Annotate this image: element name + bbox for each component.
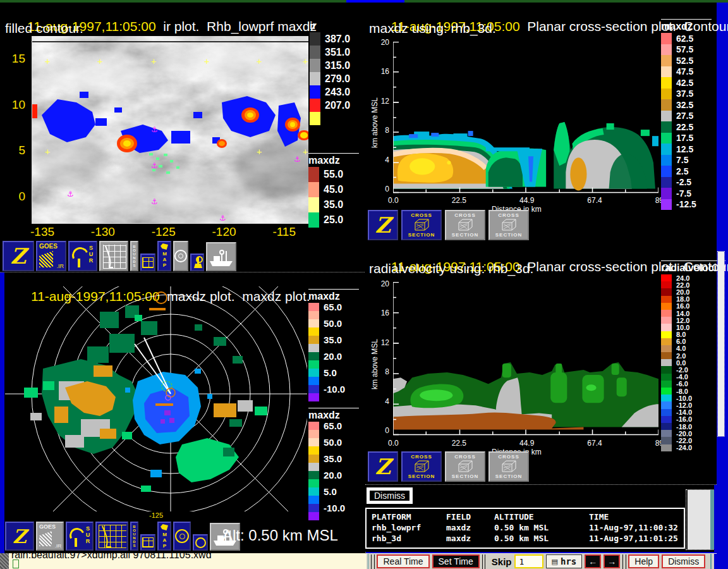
cross-section-button-3[interactable]: CROSS SECTION: [488, 210, 529, 240]
cross-section-button-1[interactable]: CROSS SECTION: [401, 451, 442, 482]
colorbar-value: -2.0: [672, 366, 688, 374]
colorbar-swatch: [310, 72, 320, 85]
zebra-logo-icon[interactable]: Z: [368, 451, 398, 482]
section-label: SECTION: [408, 474, 435, 479]
panel-ir-title-line2: filled contour.: [5, 21, 83, 36]
goes-ir-icon[interactable]: GOES .IR: [36, 241, 66, 271]
panel-ir-plot: 11-aug-1997,11:05:00 ir plot. Rhb_lowprf…: [0, 3, 366, 272]
colorbar-swatch: [661, 288, 672, 295]
azimuth-icon[interactable]: [173, 241, 188, 271]
colorbar-value: 387.0: [320, 34, 350, 45]
colorbar-row: 52.5: [661, 55, 712, 66]
colorbar-value: 243.0: [320, 87, 350, 98]
circle-icon[interactable]: [193, 534, 208, 551]
help-button[interactable]: Help: [628, 554, 659, 568]
colorbar-swatch: [308, 182, 319, 197]
terminal-window[interactable]: rain:beaufait:97>xdump.all 970811.1105.x…: [9, 553, 367, 569]
svg-text:⚓: ⚓: [151, 125, 158, 134]
axis-tick-label: 0: [3, 190, 25, 204]
colorbar-value: 45.0: [319, 184, 343, 195]
sur-radar-icon[interactable]: SUR: [68, 241, 97, 271]
status-scrollbar[interactable]: [686, 490, 714, 549]
axis-tick-label: -120: [212, 225, 236, 239]
colorbar-value: 35.0: [319, 334, 342, 345]
cross-section-button-2[interactable]: CROSS SECTION: [445, 451, 485, 482]
colorbar-value: -10.0: [319, 384, 345, 395]
colorbar-value: 22.0: [672, 281, 689, 289]
bounds-strip-icon[interactable]: BOUNDS: [130, 522, 138, 551]
skip-value-input[interactable]: [514, 554, 543, 568]
colorbar-swatch: [661, 281, 672, 288]
grid-icon[interactable]: [140, 254, 155, 271]
separator: [371, 554, 372, 569]
sur-radar-icon[interactable]: SUR: [66, 522, 94, 551]
ir-satellite-svg: ⚓⚓⚓ ⚓⚓⚓ +++ +++ +++: [32, 36, 308, 223]
colorbar-value: 5.0: [319, 367, 337, 378]
colorbar-row: 50.0: [308, 438, 359, 446]
colorbar-value: -8.0: [672, 388, 688, 395]
colorbar-value: -2.5: [672, 177, 691, 187]
goes-ir-icon[interactable]: GOES .IR: [36, 522, 64, 551]
axis-tick-label: 12: [375, 97, 389, 106]
axis-tick-label: 12: [375, 338, 389, 347]
ship-glyph: [209, 246, 234, 267]
colorbar-swatch: [308, 377, 319, 385]
colorbar-value: 351.0: [320, 47, 350, 58]
colorbar-row: -20.0: [661, 430, 725, 437]
zebra-logo-icon[interactable]: Z: [5, 522, 34, 551]
colorbar-swatch: [310, 46, 320, 59]
ir-y-axis: 151050: [3, 52, 25, 204]
ppi-colorbar1-label: maxdz: [308, 289, 359, 303]
grid-glyph: [142, 257, 154, 268]
altitude-readout: Alt: 0.50 km MSL: [222, 527, 338, 544]
bounds-label: BOUNDS: [133, 245, 136, 267]
table-header-cell: PLATFORM: [372, 511, 446, 522]
real-time-button[interactable]: Real Time: [377, 554, 429, 568]
colorbar-swatch: [308, 430, 319, 438]
ir-toolbar: Z GOES .IR SUR BOUNDS MAP: [3, 241, 236, 271]
hrs-label: hrs: [561, 556, 576, 567]
colorbar-row: 20.0: [308, 471, 359, 479]
bounds-grid-icon[interactable]: [99, 241, 128, 271]
cross-section-button-3[interactable]: CROSS SECTION: [488, 451, 529, 482]
status-dismiss-button[interactable]: Dismiss: [367, 487, 413, 504]
colorbar-value: 37.5: [672, 89, 693, 99]
colorbar-row: 16.0: [661, 303, 725, 310]
satellite-dish-icon: [39, 531, 52, 546]
colorbar-swatch: [308, 212, 319, 228]
svg-text:+: +: [97, 56, 102, 66]
step-forward-button[interactable]: →: [604, 554, 620, 568]
zebra-logo-icon[interactable]: Z: [3, 241, 34, 271]
colorbar-value: 4.0: [672, 345, 686, 352]
buoy-icon[interactable]: [190, 254, 204, 271]
bounds-strip-icon[interactable]: BOUNDS: [130, 241, 138, 271]
colorbar-value: 50.0: [319, 318, 342, 329]
azimuth-icon[interactable]: [173, 522, 191, 551]
zebra-logo-icon[interactable]: Z: [368, 210, 398, 240]
hrs-units-button[interactable]: ▤ hrs: [546, 554, 583, 568]
colorbar-row: 279.0: [310, 72, 350, 85]
colorbar-row: 7.5: [661, 155, 712, 166]
separator: [482, 554, 483, 569]
map-icon[interactable]: MAP: [157, 522, 171, 551]
terminal-corner-grip: [0, 553, 9, 569]
colorbar-row: 24.0: [661, 274, 725, 281]
cross-section-button-1[interactable]: CROSS SECTION: [401, 210, 442, 240]
left-edge-strip: [0, 272, 4, 554]
radar-mast: [75, 538, 77, 547]
bounds-grid-icon[interactable]: [95, 522, 128, 551]
circle-glyph: [195, 537, 206, 548]
cross-section-button-2[interactable]: CROSS SECTION: [445, 210, 485, 240]
ship-icon[interactable]: [206, 242, 236, 271]
set-time-button[interactable]: Set Time: [432, 554, 480, 568]
colorbar-swatch: [661, 66, 672, 78]
map-icon[interactable]: MAP: [157, 241, 171, 271]
right-edge-scrollbar[interactable]: [718, 252, 724, 436]
bounds-curve: [99, 525, 126, 548]
colorbar-row: 315.0: [310, 59, 350, 72]
dismiss-button[interactable]: Dismiss: [662, 554, 705, 568]
grid-icon[interactable]: [140, 534, 155, 551]
colorbar-swatch: [661, 155, 672, 166]
map-label: MAP: [162, 251, 167, 268]
step-back-button[interactable]: ←: [585, 554, 601, 568]
